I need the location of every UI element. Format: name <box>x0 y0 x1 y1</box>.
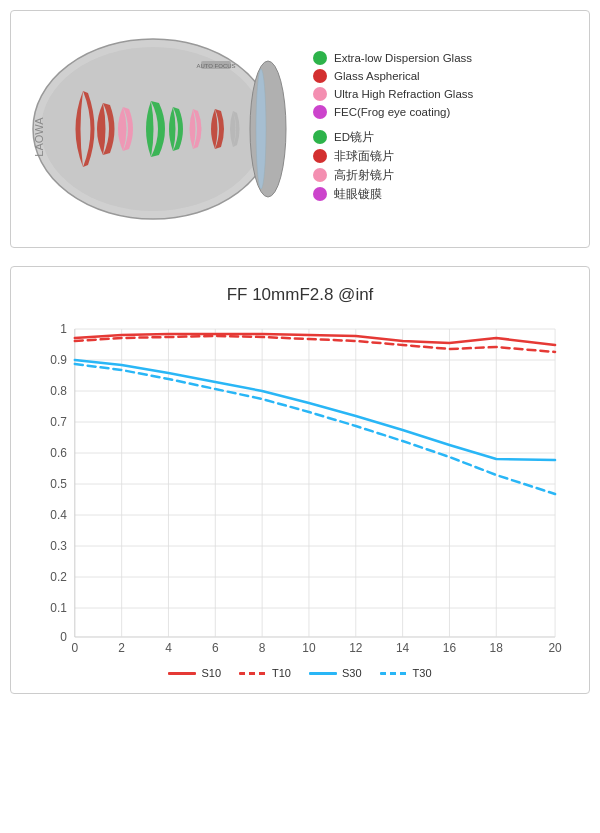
svg-text:8: 8 <box>259 641 266 655</box>
svg-text:AUTO FOCUS: AUTO FOCUS <box>196 63 235 69</box>
svg-text:20: 20 <box>548 641 562 655</box>
legend-item-uhrf-cn: 高折射镜片 <box>313 168 577 183</box>
chart-title: FF 10mmF2.8 @inf <box>27 285 573 305</box>
svg-text:14: 14 <box>396 641 410 655</box>
legend-item-ed: Extra-low Dispersion Glass <box>313 51 577 65</box>
legend-item-fec: FEC(Frog eye coating) <box>313 105 577 119</box>
fec-label: FEC(Frog eye coating) <box>334 106 450 118</box>
svg-point-3 <box>250 61 286 197</box>
svg-text:0.5: 0.5 <box>50 477 67 491</box>
uhrf-cn-label: 高折射镜片 <box>334 168 394 183</box>
svg-text:10: 10 <box>302 641 316 655</box>
legend-item-aspherical-cn: 非球面镜片 <box>313 149 577 164</box>
chart-legend: S10 T10 S30 T30 <box>27 667 573 679</box>
s10-label: S10 <box>201 667 221 679</box>
ed-cn-dot <box>313 130 327 144</box>
svg-text:12: 12 <box>349 641 363 655</box>
legend-s30: S30 <box>309 667 362 679</box>
svg-text:0.9: 0.9 <box>50 353 67 367</box>
lens-diagram: LAOWA <box>23 29 303 229</box>
s10-line-icon <box>168 672 196 675</box>
svg-text:0.1: 0.1 <box>50 601 67 615</box>
svg-text:LAOWA: LAOWA <box>33 117 45 157</box>
svg-text:0: 0 <box>71 641 78 655</box>
uhrf-label: Ultra High Refraction Glass <box>334 88 473 100</box>
svg-text:0.3: 0.3 <box>50 539 67 553</box>
s30-label: S30 <box>342 667 362 679</box>
svg-text:0.6: 0.6 <box>50 446 67 460</box>
ed-cn-label: ED镜片 <box>334 130 374 145</box>
svg-text:4: 4 <box>165 641 172 655</box>
aspherical-cn-dot <box>313 149 327 163</box>
fec-cn-dot <box>313 187 327 201</box>
fec-dot <box>313 105 327 119</box>
aspherical-label: Glass Aspherical <box>334 70 420 82</box>
legend-t10: T10 <box>239 667 291 679</box>
legend-chinese: ED镜片 非球面镜片 高折射镜片 蛙眼镀膜 <box>313 130 577 202</box>
chart-area: 1 0.9 0.8 0.7 0.6 0.5 0.4 0.3 0.2 0.1 0 … <box>27 319 573 659</box>
ed-label: Extra-low Dispersion Glass <box>334 52 472 64</box>
aspherical-cn-label: 非球面镜片 <box>334 149 394 164</box>
svg-text:0: 0 <box>60 630 67 644</box>
svg-text:0.7: 0.7 <box>50 415 67 429</box>
svg-point-4 <box>256 69 266 189</box>
legend-item-ed-cn: ED镜片 <box>313 130 577 145</box>
svg-text:0.4: 0.4 <box>50 508 67 522</box>
s30-line-icon <box>309 672 337 675</box>
legend-item-fec-cn: 蛙眼镀膜 <box>313 187 577 202</box>
svg-text:16: 16 <box>443 641 457 655</box>
legend-s10: S10 <box>168 667 221 679</box>
svg-text:2: 2 <box>118 641 125 655</box>
svg-text:18: 18 <box>490 641 504 655</box>
legend-t30: T30 <box>380 667 432 679</box>
svg-text:6: 6 <box>212 641 219 655</box>
uhrf-dot <box>313 87 327 101</box>
legend-section: Extra-low Dispersion Glass Glass Aspheri… <box>313 51 577 208</box>
t10-label: T10 <box>272 667 291 679</box>
legend-item-aspherical: Glass Aspherical <box>313 69 577 83</box>
svg-text:0.8: 0.8 <box>50 384 67 398</box>
lens-panel: LAOWA <box>10 10 590 248</box>
svg-text:1: 1 <box>60 322 67 336</box>
t30-line-icon <box>380 672 408 675</box>
svg-text:0.2: 0.2 <box>50 570 67 584</box>
fec-cn-label: 蛙眼镀膜 <box>334 187 382 202</box>
legend-item-uhrf: Ultra High Refraction Glass <box>313 87 577 101</box>
ed-dot <box>313 51 327 65</box>
legend-english: Extra-low Dispersion Glass Glass Aspheri… <box>313 51 577 119</box>
uhrf-cn-dot <box>313 168 327 182</box>
aspherical-dot <box>313 69 327 83</box>
t30-label: T30 <box>413 667 432 679</box>
t10-line-icon <box>239 672 267 675</box>
chart-panel: FF 10mmF2.8 @inf <box>10 266 590 694</box>
